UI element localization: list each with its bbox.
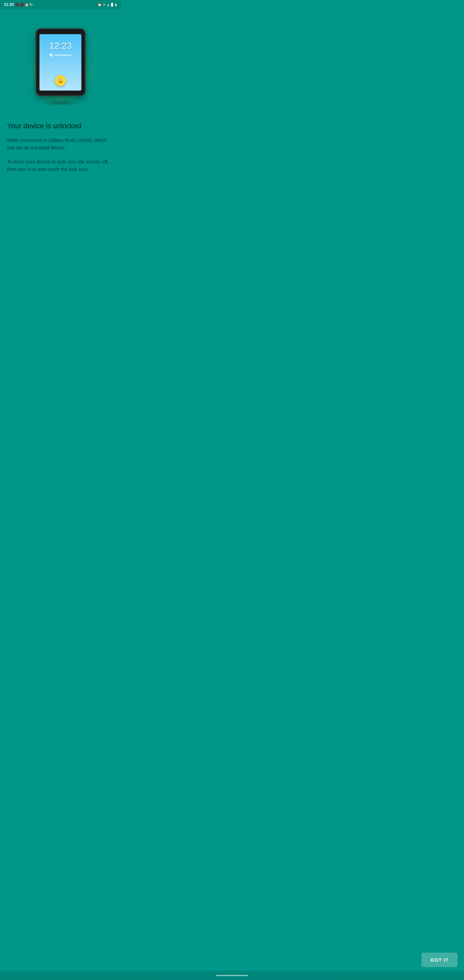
tablet-shadow <box>40 100 81 106</box>
tablet-screen: 12:23 🔒 <box>40 34 81 91</box>
alarm-icon: ⏰ <box>98 3 102 6</box>
br-icon-1: ⬛ <box>15 3 19 6</box>
wifi-icon: ▲ <box>106 3 110 6</box>
status-bar-left: 11:33 ⬛ ⬛ 🏠 N • <box>4 2 34 7</box>
lock-icon-container: 🔒 <box>55 75 66 86</box>
br-icon-2: ⬛ <box>20 3 24 6</box>
slider-dot <box>49 54 52 57</box>
text-content: Your device is unlocked while connected … <box>0 112 121 186</box>
description-text-2: To force your device to lock, turn the s… <box>7 158 114 173</box>
main-title: Your device is unlocked <box>7 122 114 130</box>
tablet-body: 12:23 🔒 <box>35 29 86 96</box>
tablet-time-display: 12:23 <box>49 41 72 51</box>
main-content: 12:23 🔒 Your device is unlocked while co… <box>0 9 121 186</box>
status-bar-right: ⏰ ✳ ▲ ▊ ▮ <box>98 3 117 6</box>
status-time: 11:33 <box>4 2 14 7</box>
tablet-slider <box>49 54 72 57</box>
slider-line <box>54 54 72 56</box>
device-illustration: 12:23 🔒 <box>32 29 90 106</box>
notification-icons: ⬛ ⬛ 🏠 N • <box>15 3 34 6</box>
status-bar: 11:33 ⬛ ⬛ 🏠 N • ⏰ ✳ ▲ ▊ ▮ <box>0 0 121 9</box>
lock-icon: 🔒 <box>57 77 64 83</box>
battery-icon: ▮ <box>115 3 117 6</box>
description-text-1: while connected to Galaxy Buds (405A), w… <box>7 137 114 151</box>
home-icon: 🏠 <box>25 3 29 6</box>
nyt-icon: N <box>30 3 32 6</box>
dot-icon: • <box>33 3 34 6</box>
bluetooth-icon: ✳ <box>103 3 105 6</box>
signal-icon: ▊ <box>111 3 114 6</box>
